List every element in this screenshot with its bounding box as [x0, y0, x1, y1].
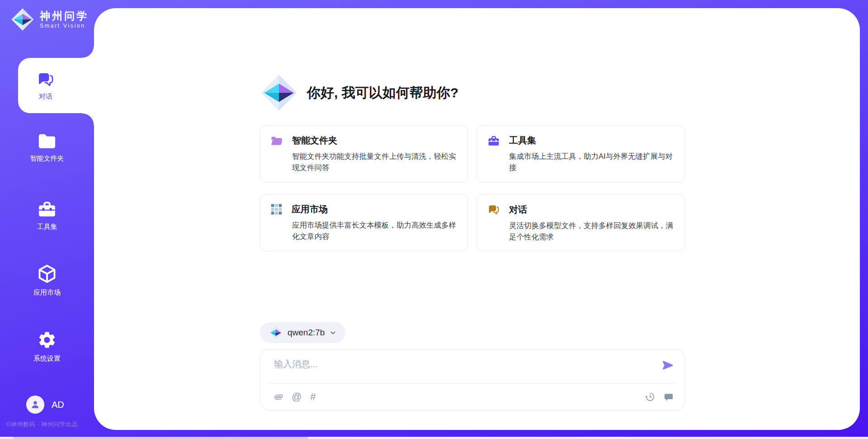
sidebar-item-label: 系统设置: [0, 354, 94, 363]
sidebar-item-settings[interactable]: 系统设置: [0, 330, 94, 363]
sidebar-item-label: 智能文件夹: [0, 154, 94, 163]
briefcase-icon: [487, 135, 500, 147]
card-chat[interactable]: 对话 灵活切换多模型文件，支持多样回复效果调试，满足个性化需求: [477, 194, 685, 251]
horizontal-scrollbar: [0, 437, 868, 439]
app-brand: 神州问学 Smart Vision: [11, 8, 89, 31]
sidebar-footer-credit: ©神州数码 · 神州问学出品: [6, 420, 101, 429]
brand-logo-gem-icon: [11, 8, 34, 31]
user-name: AD: [52, 400, 64, 410]
card-smart-folders[interactable]: 智能文件夹 智能文件夹功能支持批量文件上传与清洗，轻松实现文件问答: [260, 125, 468, 182]
greeting-logo-gem-icon: [260, 74, 298, 112]
cube-icon: [37, 264, 57, 284]
message-composer: @ #: [260, 349, 685, 410]
avatar: [26, 396, 44, 414]
folder-icon: [37, 133, 57, 150]
sidebar-item-label: 应用市场: [0, 288, 94, 297]
card-description: 应用市场提供丰富长文本模板，助力高效生成多样化文章内容: [292, 220, 458, 242]
gear-icon: [37, 330, 57, 350]
sidebar-item-toolset[interactable]: 工具集: [0, 200, 94, 231]
folder-open-icon: [270, 135, 283, 147]
card-description: 灵活切换多模型文件，支持多样回复效果调试，满足个性化需求: [509, 220, 675, 243]
hash-icon[interactable]: #: [310, 392, 316, 402]
sidebar-item-chat[interactable]: 对话: [18, 58, 94, 113]
brand-title: 神州问学: [40, 10, 89, 22]
card-title: 智能文件夹: [292, 134, 337, 147]
card-title: 对话: [509, 204, 527, 216]
horizontal-scrollbar-thumb[interactable]: [14, 437, 307, 439]
sidebar-item-label: 对话: [39, 92, 52, 101]
card-title: 应用市场: [292, 203, 328, 215]
paperclip-icon[interactable]: [274, 392, 283, 402]
composer-right-tools: [645, 392, 674, 402]
greeting-text: 你好, 我可以如何帮助你?: [307, 84, 458, 102]
sidebar-item-label: 工具集: [0, 223, 94, 231]
brand-subtitle: Smart Vision: [40, 23, 89, 29]
chevron-down-icon: [330, 329, 336, 336]
person-icon: [30, 399, 41, 410]
model-name: qwen2:7b: [288, 328, 325, 338]
feature-cards: 智能文件夹 智能文件夹功能支持批量文件上传与清洗，轻松实现文件问答 工具集 集成…: [260, 125, 685, 251]
greeting-row: 你好, 我可以如何帮助你?: [260, 74, 685, 112]
composer-left-tools: @ #: [274, 392, 316, 402]
model-logo-gem-icon: [269, 326, 283, 339]
card-description: 智能文件夹功能支持批量文件上传与清洗，轻松实现文件问答: [292, 151, 458, 173]
model-selector[interactable]: qwen2:7b: [260, 322, 345, 343]
chat-bubbles-icon: [37, 70, 55, 88]
card-app-market[interactable]: 应用市场 应用市场提供丰富长文本模板，助力高效生成多样化文章内容: [260, 194, 468, 251]
tab-fillet-top: [82, 46, 94, 58]
sidebar-item-folders[interactable]: 智能文件夹: [0, 133, 94, 163]
comment-icon[interactable]: [664, 392, 674, 402]
app-grid-icon: [270, 203, 283, 215]
sidebar-item-app-market[interactable]: 应用市场: [0, 264, 94, 297]
chat-bubbles-icon: [487, 203, 500, 216]
message-input[interactable]: [260, 349, 649, 381]
send-icon[interactable]: [662, 359, 674, 371]
toolbox-icon: [37, 200, 57, 218]
card-toolset[interactable]: 工具集 集成市场上主流工具，助力AI与外界无缝扩展与对接: [477, 125, 685, 182]
tab-fillet-bottom: [82, 113, 94, 125]
history-icon[interactable]: [645, 392, 655, 402]
user-account[interactable]: AD: [26, 396, 64, 414]
card-description: 集成市场上主流工具，助力AI与外界无缝扩展与对接: [509, 151, 675, 173]
mention-icon[interactable]: @: [292, 392, 302, 402]
card-title: 工具集: [509, 134, 536, 147]
main-content-card: 你好, 我可以如何帮助你? 智能文件夹 智能文件夹功能支持批量文件上传与清洗，轻…: [94, 8, 860, 430]
